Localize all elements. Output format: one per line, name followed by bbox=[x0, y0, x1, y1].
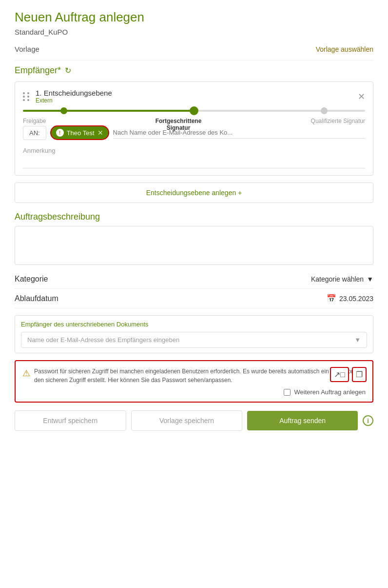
empfaenger-doc-chevron: ▼ bbox=[354, 336, 361, 344]
drag-dot bbox=[23, 92, 25, 94]
kategorie-select[interactable]: Kategorie wählen ▼ bbox=[311, 275, 373, 283]
calendar-icon: 📅 bbox=[327, 294, 336, 303]
drag-dot bbox=[23, 96, 25, 98]
ablaufdatum-row: Ablaufdatum 📅 23.05.2023 bbox=[15, 294, 373, 308]
weiteren-row: Weiteren Auftrag anlegen bbox=[22, 388, 366, 396]
ablaufdatum-date: 23.05.2023 bbox=[339, 295, 373, 303]
vorlage-speichern-button[interactable]: Vorlage speichern bbox=[131, 410, 243, 431]
extern-label: Extern bbox=[36, 97, 112, 104]
slider-dot-active bbox=[190, 106, 198, 115]
weiteren-label: Weiteren Auftrag anlegen bbox=[294, 388, 366, 396]
kategorie-label: Kategorie bbox=[15, 275, 48, 284]
kategorie-row: Kategorie Kategorie wählen ▼ bbox=[15, 275, 373, 289]
footer-buttons: Entwurf speichern Vorlage speichern Auft… bbox=[15, 410, 373, 431]
divider-1 bbox=[15, 60, 373, 61]
recipient-tag-close[interactable]: ✕ bbox=[97, 129, 103, 137]
copy-icon: ❐ bbox=[356, 370, 363, 379]
vorlage-select-link[interactable]: Vorlage auswählen bbox=[316, 45, 373, 53]
slider-dot-qualifiziert bbox=[321, 107, 328, 114]
empfaenger-doc-select[interactable]: Name oder E-Mail-Adresse des Empfängers … bbox=[21, 332, 367, 348]
vorlage-row: Vorlage Vorlage auswählen bbox=[15, 45, 373, 53]
password-warning-box: ⚠ Passwort für sicheren Zugriff bei manc… bbox=[15, 360, 373, 403]
slider-labels: Freigabe FortgeschritteneSignatur Qualif… bbox=[23, 118, 365, 131]
password-icon-buttons: ↗□ ❐ bbox=[330, 367, 367, 382]
decision-level-title: 1. Entscheidungsebene bbox=[36, 89, 112, 97]
empfaenger-section-title: Empfänger* ↻ bbox=[15, 65, 373, 76]
auftragsbeschreibung-title: Auftragsbeschreibung bbox=[15, 212, 373, 222]
empfaenger-doc-title: Empfänger des unterschriebenen Dokuments bbox=[21, 321, 367, 328]
edit-icon: ↗□ bbox=[334, 370, 345, 379]
slider-label-qualifiziert: Qualifizierte Signatur bbox=[311, 118, 365, 131]
empfaenger-doc-section: Empfänger des unterschriebenen Dokuments… bbox=[15, 315, 373, 353]
chevron-down-icon: ▼ bbox=[367, 275, 373, 283]
password-edit-button[interactable]: ↗□ bbox=[330, 367, 349, 382]
drag-dot bbox=[27, 99, 29, 101]
entwurf-speichern-button[interactable]: Entwurf speichern bbox=[15, 410, 126, 431]
password-copy-button[interactable]: ❐ bbox=[352, 367, 367, 382]
anmerkung-container: Anmerkung bbox=[23, 146, 365, 168]
ablaufdatum-label: Ablaufdatum bbox=[15, 294, 58, 303]
decision-level-info: 1. Entscheidungsebene Extern bbox=[36, 89, 112, 104]
auftrag-senden-button[interactable]: Auftrag senden bbox=[247, 411, 358, 430]
slider-track: Freigabe FortgeschritteneSignatur Qualif… bbox=[23, 110, 365, 112]
drag-handle[interactable] bbox=[23, 92, 30, 101]
slider-dot-freigabe bbox=[60, 107, 67, 114]
vorlage-label: Vorlage bbox=[15, 45, 39, 53]
password-warning-icon: ⚠ bbox=[22, 368, 30, 379]
empfaenger-doc-placeholder: Name oder E-Mail-Adresse des Empfängers … bbox=[27, 336, 179, 344]
slider-label-fortgeschritten: FortgeschritteneSignatur bbox=[155, 118, 202, 131]
refresh-icon[interactable]: ↻ bbox=[65, 66, 71, 75]
anmerkung-label: Anmerkung bbox=[23, 147, 55, 154]
page-title: Neuen Auftrag anlegen bbox=[15, 10, 373, 25]
slider-label-freigabe: Freigabe bbox=[23, 118, 46, 131]
drag-dot bbox=[23, 99, 25, 101]
decision-level-header: 1. Entscheidungsebene Extern ✕ bbox=[23, 89, 365, 104]
slider-fill bbox=[23, 110, 194, 112]
kategorie-value: Kategorie wählen bbox=[311, 275, 364, 283]
decision-level-close-button[interactable]: ✕ bbox=[358, 91, 365, 102]
empfaenger-label: Empfänger* bbox=[15, 65, 61, 76]
add-level-button[interactable]: Entscheidungsebene anlegen + bbox=[15, 182, 373, 203]
password-warning-inner: ⚠ Passwort für sicheren Zugriff bei manc… bbox=[22, 367, 366, 385]
decision-level-box: 1. Entscheidungsebene Extern ✕ Freigabe … bbox=[15, 81, 373, 176]
signature-slider[interactable]: Freigabe FortgeschritteneSignatur Qualif… bbox=[23, 110, 365, 112]
ablaufdatum-value[interactable]: 📅 23.05.2023 bbox=[327, 294, 373, 303]
drag-dot bbox=[27, 92, 29, 94]
page-subtitle: Standard_KuPO bbox=[15, 28, 373, 36]
anmerkung-input[interactable] bbox=[23, 157, 365, 168]
decision-level-header-left: 1. Entscheidungsebene Extern bbox=[23, 89, 112, 104]
drag-dot bbox=[27, 96, 29, 98]
password-warning-text: Passwort für sicheren Zugriff bei manche… bbox=[34, 367, 366, 385]
weiteren-checkbox[interactable] bbox=[284, 389, 291, 396]
info-icon[interactable]: i bbox=[363, 415, 373, 426]
auftragsbeschreibung-textarea[interactable] bbox=[15, 226, 373, 265]
